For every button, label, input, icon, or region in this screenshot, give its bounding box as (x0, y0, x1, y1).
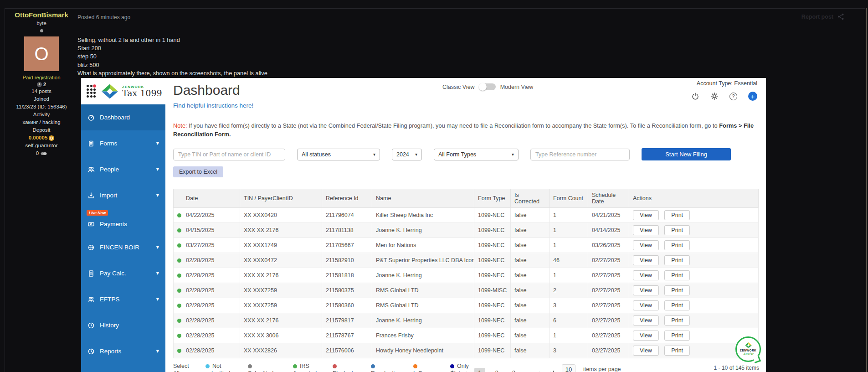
sidebar-item-import[interactable]: Import ▼ (81, 182, 165, 208)
col-form-count[interactable]: Form Count (550, 189, 588, 208)
print-button[interactable]: Print (664, 225, 690, 235)
last-page-icon[interactable]: ► (550, 370, 554, 372)
page-number[interactable]: 1 (474, 368, 485, 372)
print-button[interactable]: Print (664, 346, 690, 356)
first-page-icon[interactable]: ◄ (452, 370, 456, 372)
col-name[interactable]: Name (372, 189, 474, 208)
app-logo[interactable]: ZENWORK Tax 1099 (81, 78, 165, 104)
table-row[interactable]: 03/27/2025 XX XXX1749 211705667 Men for … (174, 238, 759, 253)
cell-is-corrected: false (511, 268, 550, 283)
legend-dot-icon (248, 364, 252, 368)
dots-menu-icon[interactable] (87, 85, 98, 98)
sidebar-item-people[interactable]: People ▼ (81, 156, 165, 182)
page-number[interactable]: 2 (492, 368, 502, 372)
col-is-corrected[interactable]: Is Corrected (511, 189, 550, 208)
table-row[interactable]: 02/28/2025 XX XXX0472 211582910 P&T Supe… (174, 253, 759, 268)
items-per-page-select[interactable]: 10 ▼ (562, 364, 575, 372)
sidebar-item-eftps[interactable]: EFTPS ▼ (81, 286, 165, 312)
export-to-excel-button[interactable]: Export to Excel (173, 166, 223, 177)
chevron-down-icon[interactable]: ▼ (156, 141, 159, 145)
col-schedule-date[interactable]: Schedule Date (588, 189, 629, 208)
page-number[interactable]: 3 (508, 368, 519, 372)
form-type-select[interactable]: All Form Types ▾ (434, 149, 519, 160)
cell-date: 02/28/2025 (174, 343, 240, 358)
print-button[interactable]: Print (664, 331, 690, 341)
select-all-label[interactable]: Select All (173, 362, 192, 372)
help-instructions-link[interactable]: Find helpful instructions here! (173, 102, 253, 109)
zenwork-assist-widget[interactable]: ZENWORK Assist (735, 336, 761, 362)
sidebar-item-reports[interactable]: Reports ▼ (81, 338, 165, 364)
view-button[interactable]: View (633, 255, 659, 265)
avatar[interactable]: O (24, 36, 59, 71)
pages-ellipsis[interactable]: ... (527, 370, 532, 372)
share-icon[interactable] (837, 13, 844, 20)
view-button[interactable]: View (633, 331, 659, 341)
account-area: Account Type: Essential ? + (691, 80, 757, 101)
print-button[interactable]: Print (664, 210, 690, 220)
table-row[interactable]: 02/28/2025 XX XXX7259 211580375 RMS Glob… (174, 283, 759, 298)
print-button[interactable]: Print (664, 270, 690, 280)
cell-form-count: 1 (550, 223, 588, 238)
cell-schedule-date: 02/27/2025 (588, 253, 629, 268)
table-row[interactable]: 02/28/2025 XXX XX 2176 211581818 Joanne … (174, 268, 759, 283)
col-reference[interactable]: Reference Id (322, 189, 372, 208)
table-row[interactable]: 02/28/2025 XXX XX 2176 211579817 Joanne … (174, 313, 759, 328)
previous-page-icon[interactable]: ◄ (463, 370, 467, 372)
help-icon[interactable]: ? (729, 93, 737, 100)
start-new-filing-button[interactable]: Start New Filing (642, 148, 731, 160)
table-row[interactable]: 02/28/2025 XX XXX7259 211580360 RMS Glob… (174, 298, 759, 313)
chevron-down-icon[interactable]: ▼ (156, 245, 159, 249)
print-button[interactable]: Print (664, 300, 690, 310)
print-button[interactable]: Print (664, 255, 690, 265)
power-icon[interactable] (691, 92, 699, 100)
view-button[interactable]: View (633, 300, 659, 310)
chevron-down-icon[interactable]: ▼ (156, 167, 159, 171)
view-button[interactable]: View (633, 285, 659, 295)
add-icon[interactable]: + (748, 92, 757, 101)
cell-reference: 211781138 (322, 223, 372, 238)
sidebar-item-dashboard[interactable]: Dashboard (81, 104, 165, 130)
legend-item: IRS Accepted (293, 362, 319, 372)
print-button[interactable]: Print (664, 315, 690, 326)
reference-number-input[interactable] (530, 149, 630, 160)
chevron-down-icon[interactable]: ▼ (156, 349, 159, 353)
toggle-knob[interactable] (479, 83, 487, 91)
cell-form-type: 1099-NEC (474, 328, 511, 343)
view-mode-toggle[interactable] (479, 83, 496, 90)
tin-search-input[interactable] (173, 149, 285, 160)
username[interactable]: OttoFonBismark (7, 11, 76, 19)
col-date[interactable]: Date (174, 189, 240, 208)
chevron-down-icon[interactable]: ▼ (156, 193, 159, 197)
view-button[interactable]: View (633, 210, 659, 220)
reputation[interactable]: + 2 (7, 82, 76, 87)
print-button[interactable]: Print (664, 285, 690, 295)
view-button[interactable]: View (633, 225, 659, 235)
legend-dot-icon (293, 364, 297, 368)
year-select[interactable]: 2024 ▾ (392, 149, 422, 160)
sidebar-item-label: Import (100, 192, 117, 199)
view-button[interactable]: View (633, 270, 659, 280)
col-tin[interactable]: TIN / PayerClientID (240, 189, 322, 208)
status-select[interactable]: All statuses ▾ (297, 149, 380, 160)
chevron-down-icon[interactable]: ▼ (156, 297, 159, 301)
print-button[interactable]: Print (664, 240, 690, 250)
gear-icon[interactable] (710, 92, 719, 100)
table-row[interactable]: 02/28/2025 XX XXX2826 211576006 Howdy Ho… (174, 343, 759, 358)
sidebar-item-history[interactable]: History (81, 312, 165, 338)
report-post-link[interactable]: Report post (801, 14, 833, 20)
table-row[interactable]: 04/15/2025 XXX XX 2176 211781138 Joanne … (174, 223, 759, 238)
table-row[interactable]: 04/22/2025 XX XXX0420 211796074 Killer S… (174, 208, 759, 223)
reputation-value: 2 (43, 82, 46, 87)
view-button[interactable]: View (633, 315, 659, 326)
chevron-down-icon[interactable]: ▼ (156, 271, 159, 275)
sidebar-item-fincen-boir[interactable]: FINCEN BOIR ▼ (81, 234, 165, 260)
sidebar-item-forms[interactable]: Forms ▼ (81, 130, 165, 156)
sidebar-item-pay-calc[interactable]: Pay Calc. ▼ (81, 260, 165, 286)
view-button[interactable]: View (633, 346, 659, 356)
view-button[interactable]: View (633, 240, 659, 250)
sidebar-item-payments[interactable]: Live Now Payments (81, 208, 165, 234)
cell-tin: XXX XX 2176 (240, 268, 322, 283)
next-page-icon[interactable]: ► (539, 370, 543, 372)
table-row[interactable]: 02/28/2025 XXX XX 3006 211578767 Frances… (174, 328, 759, 343)
col-form-type[interactable]: Form Type (474, 189, 511, 208)
